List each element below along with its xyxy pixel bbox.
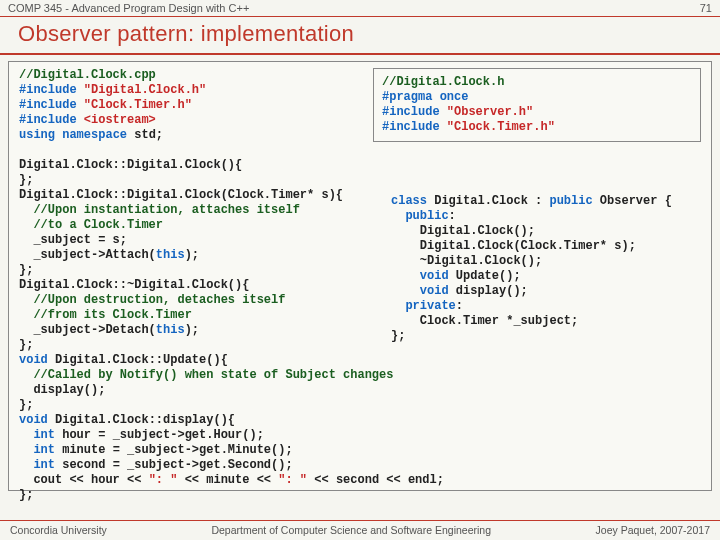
right-header-box: //Digital.Clock.h #pragma once #include …: [373, 68, 701, 142]
footer-left: Concordia University: [10, 524, 107, 536]
footer-center: Department of Computer Science and Softw…: [211, 524, 491, 536]
footer-right: Joey Paquet, 2007-2017: [596, 524, 710, 536]
page-number: 71: [700, 2, 712, 14]
slide-title: Observer pattern: implementation: [18, 21, 708, 47]
right-class-block: class Digital.Clock : public Observer { …: [391, 194, 701, 344]
footer: Concordia University Department of Compu…: [0, 520, 720, 540]
course-label: COMP 345 - Advanced Program Design with …: [8, 2, 249, 14]
title-bar: Observer pattern: implementation: [0, 16, 720, 55]
content-box: //Digital.Clock.cpp #include "Digital.Cl…: [8, 61, 712, 491]
slide-header: COMP 345 - Advanced Program Design with …: [0, 0, 720, 14]
